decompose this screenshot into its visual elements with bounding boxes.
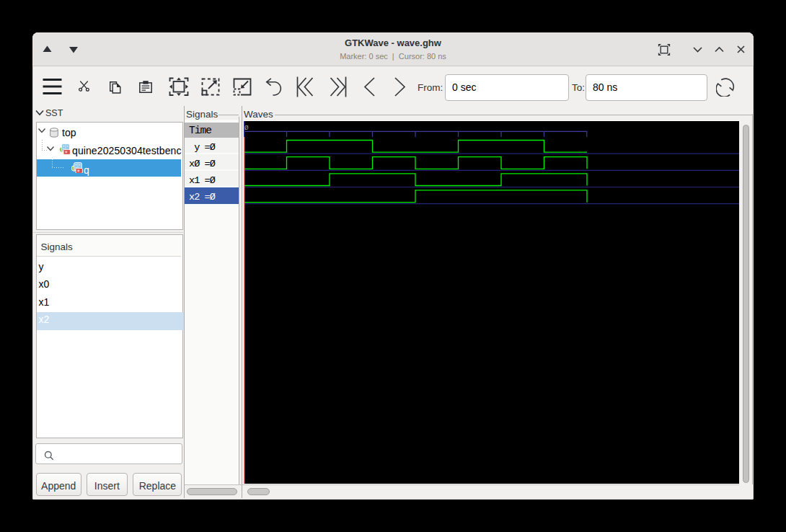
svg-text:Ø: Ø — [244, 124, 249, 132]
